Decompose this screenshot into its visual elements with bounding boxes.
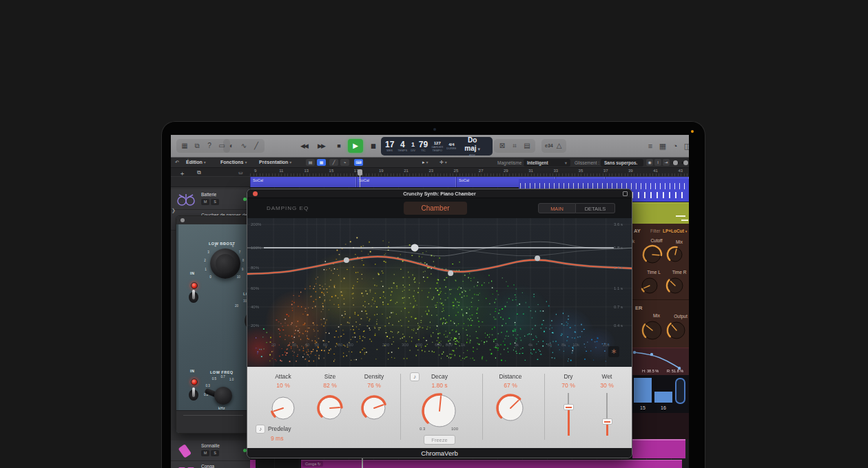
undo-icon[interactable]: ↶ xyxy=(175,160,179,165)
view-mixer-icon[interactable]: ▦ xyxy=(317,159,326,166)
playhead-handle[interactable] xyxy=(358,169,362,176)
tab-main[interactable]: MAIN xyxy=(538,203,576,213)
low-boost-knob[interactable] xyxy=(210,248,240,279)
v-zoom-slider[interactable] xyxy=(672,162,679,164)
toolbar-mid-icon-1[interactable]: ∿ xyxy=(239,139,249,153)
mute-button[interactable]: M xyxy=(201,450,209,456)
delay-plugin-panel[interactable]: AY Filter LP+LoCut ▾ k ER Cutoff Mix Tim… xyxy=(632,224,689,348)
toolbar-right-icon-1[interactable]: ▦ xyxy=(658,139,668,153)
play-button[interactable]: ▶ xyxy=(348,139,363,153)
drag-dropdown[interactable]: Sans superpos. xyxy=(601,159,643,167)
view-pencil-icon[interactable]: ╱ xyxy=(329,159,338,166)
bars-panel[interactable]: 1516 xyxy=(632,375,689,413)
solo-button[interactable]: S xyxy=(211,199,219,205)
blue-bar-0[interactable] xyxy=(634,378,652,403)
rewind-button[interactable]: ◀◀ xyxy=(296,139,311,153)
stop-button[interactable]: ■ xyxy=(331,139,346,153)
toolbar-right-icon-3[interactable]: ◫ xyxy=(683,139,689,153)
knob-density[interactable] xyxy=(360,394,389,425)
lcd-tempo[interactable]: 127GARDERTEMPO xyxy=(431,141,443,152)
toolbar-post-icon-1[interactable]: ⌗ xyxy=(510,139,519,153)
toolbar-mid-icon-2[interactable]: ╱ xyxy=(251,139,261,153)
mute-button[interactable]: M xyxy=(201,199,209,205)
toolbar-right-icon-2[interactable]: ◔ xyxy=(670,139,680,153)
toolbar-icon-0[interactable]: ▦ xyxy=(180,139,189,153)
window-dot[interactable] xyxy=(180,218,185,222)
in-toggle-2[interactable] xyxy=(188,387,199,403)
envelope-panel[interactable]: H: 38.5 % R: 51.8 % xyxy=(632,348,689,375)
menu-edition[interactable]: Édition ▾ xyxy=(186,160,206,164)
toolbar-icon-1[interactable]: ⧉ xyxy=(192,139,202,153)
delay-knob-time-l[interactable] xyxy=(639,275,661,299)
lcd-display[interactable]: 17MES4TEMPS1DIV79TIC127GARDERTEMPO4/4DUR… xyxy=(381,137,493,156)
pause-button[interactable]: ▮▮ xyxy=(365,139,380,153)
knob-distance[interactable] xyxy=(495,392,526,427)
delay-knob-cutoff[interactable] xyxy=(641,243,664,269)
toolbar-mid-icon-0[interactable]: ◐ xyxy=(227,139,236,153)
freq-label-10k: 10k xyxy=(572,343,579,347)
conga-region-right[interactable] xyxy=(632,439,685,459)
preset-button[interactable]: Chamber xyxy=(404,202,467,215)
plus-tool[interactable]: ✛ ▾ xyxy=(440,160,447,165)
view-eq-icon[interactable]: ⌁ xyxy=(340,159,349,166)
solo-button[interactable]: S xyxy=(211,450,219,456)
low-freq-knob[interactable] xyxy=(209,383,238,407)
in-toggle-1[interactable] xyxy=(188,289,199,306)
boost-scale-2: 2 xyxy=(204,259,206,262)
blue-bar-1[interactable] xyxy=(654,392,672,403)
slider-handle-wet[interactable] xyxy=(602,418,612,425)
freeze-viz-icon[interactable]: ∗ xyxy=(608,346,619,357)
freq-scale-1.0: 1.0 xyxy=(229,378,234,381)
track-header-congas[interactable]: Conga xyxy=(171,461,250,468)
spectrum-visualization[interactable]: 200%100%80%60%40%20%3.6 s1.8 s1.4 s1.1 s… xyxy=(247,218,632,367)
lcd-key[interactable]: Do maj▾ARM. xyxy=(459,136,485,157)
decay-sync-icon[interactable]: ♪ xyxy=(410,372,420,381)
text-tool-icon[interactable]: I xyxy=(654,159,661,166)
delay-knob-time-r[interactable] xyxy=(664,275,686,299)
autozoom-icon[interactable]: ⇥ xyxy=(663,159,670,166)
conga-region[interactable]: Conga ↻ xyxy=(301,460,682,468)
delay2-knob-output[interactable] xyxy=(665,319,688,345)
vintage-eq-window[interactable]: LOW BOOST 012345678910 IN LOW 20 30 LOW … xyxy=(176,215,249,434)
track-header-cowbell[interactable]: SonnailleMS xyxy=(171,440,250,461)
predelay-sync-icon[interactable]: ♪ xyxy=(256,425,265,434)
knob-attack[interactable] xyxy=(269,394,298,425)
toolbar-post-icon-2[interactable]: ▤ xyxy=(522,139,532,153)
slider-handle-dry[interactable] xyxy=(564,404,574,410)
pointer-tool[interactable]: ▸ ▾ xyxy=(422,160,428,165)
track-header-drums[interactable]: BatterieMS xyxy=(171,189,250,210)
h-zoom-slider[interactable] xyxy=(681,162,689,164)
lcd-signature[interactable]: 4/4DURÉE xyxy=(446,142,456,150)
catch-icon[interactable]: ◉ xyxy=(646,159,653,166)
track-disclosure-chevron[interactable]: ❯ xyxy=(172,208,176,213)
snap-dropdown[interactable]: Intelligent ▾ xyxy=(524,159,570,167)
duplicate-track-button[interactable]: ⧉ xyxy=(197,169,201,176)
track-name: Sonnaille xyxy=(201,443,220,448)
delay-knob-mix[interactable] xyxy=(665,244,685,268)
delay2-knob-mix[interactable] xyxy=(640,318,665,345)
toolbar-post-icon-0[interactable]: ⊠ xyxy=(497,139,507,153)
filter-value[interactable]: LP+LoCut ▾ xyxy=(663,228,687,233)
menu-fonctions[interactable]: Fonctions ▾ xyxy=(220,160,247,164)
arrangement-region-0[interactable]: SoCal xyxy=(250,177,356,187)
toolbar-icon-2[interactable]: ? xyxy=(205,139,214,153)
forward-button[interactable]: ▶▶ xyxy=(313,139,329,153)
add-track-button[interactable]: ＋ xyxy=(179,169,185,178)
arrangement-region-1[interactable]: SoCal xyxy=(356,177,456,187)
view-grid-icon[interactable]: ▤ xyxy=(306,159,315,166)
ruler-number-25: 25 xyxy=(454,169,459,173)
chromaverb-window[interactable]: Crunchy Synth: Piano Chamber DAMPING EQ … xyxy=(247,189,632,458)
toolbar-right-icon-0[interactable]: ≡ xyxy=(645,139,655,153)
freeze-button[interactable]: Freeze xyxy=(424,435,455,445)
tab-details[interactable]: DETAILS xyxy=(576,203,615,213)
view-piano-icon[interactable]: ⌨ xyxy=(354,159,363,166)
chromaverb-titlebar[interactable]: Crunchy Synth: Piano Chamber xyxy=(247,189,632,198)
knob-label-density: Density xyxy=(350,373,398,380)
vintage-eq-titlebar[interactable] xyxy=(176,216,249,224)
freq-label-60: 60 xyxy=(323,343,328,347)
header-mode-icon[interactable]: ▭ xyxy=(238,170,243,176)
knob-size[interactable] xyxy=(316,394,344,425)
menu-presentation[interactable]: Présentation ▾ xyxy=(259,160,291,164)
bar-ruler[interactable]: 91113151719212325272931333537394143 xyxy=(250,168,689,177)
link-icon[interactable] xyxy=(623,191,628,196)
